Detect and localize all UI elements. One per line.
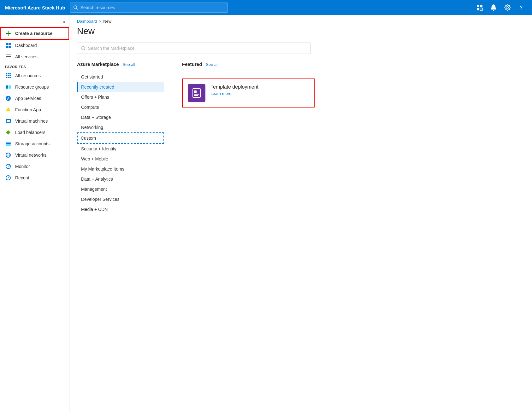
sidebar-item-virtual-machines[interactable]: Virtual machines [0,115,69,127]
sidebar-item-load-balancers[interactable]: Load balancers [0,127,69,138]
storage-accounts-label: Storage accounts [15,141,50,146]
sidebar-item-function-app[interactable]: ⚡ Function App [0,104,69,115]
featured-card-link[interactable]: Learn more [210,91,258,96]
marketplace-item-custom[interactable]: Custom [77,132,164,144]
collapse-button[interactable]: « [0,18,69,27]
svg-rect-8 [6,55,11,55]
settings-icon[interactable] [502,2,513,13]
svg-rect-39 [193,89,200,97]
sidebar-item-resource-groups[interactable]: Resource groups [0,81,69,93]
svg-text:A: A [7,97,9,100]
main-content: Dashboard > New New Azure Marketplace Se… [69,15,532,413]
portal-icon[interactable] [474,2,485,13]
marketplace-columns: Azure Marketplace See all Get started Re… [69,61,532,214]
marketplace-item-networking[interactable]: Networking [77,122,164,132]
resource-groups-icon [5,84,11,90]
topbar-actions [474,2,527,13]
breadcrumb-parent[interactable]: Dashboard [77,19,97,24]
virtual-machines-label: Virtual machines [15,119,48,124]
template-deployment-icon [188,84,205,102]
marketplace-search-bar[interactable] [77,43,310,54]
sidebar-item-virtual-networks[interactable]: Virtual networks [0,149,69,161]
template-deployment-card[interactable]: Template deployment Learn more [182,79,315,108]
svg-rect-20 [6,85,8,89]
sidebar-item-all-services[interactable]: All services [0,51,69,62]
breadcrumb-separator: > [99,19,102,24]
featured-separator [182,72,524,72]
all-resources-icon [5,73,11,79]
sidebar-item-app-services[interactable]: A App Services [0,93,69,104]
all-resources-label: All resources [15,73,41,78]
resource-groups-label: Resource groups [15,84,49,90]
help-icon[interactable] [516,2,527,13]
featured-see-all-link[interactable]: See all [206,62,218,67]
svg-rect-2 [477,8,479,10]
svg-rect-15 [8,75,9,76]
sidebar-item-dashboard[interactable]: Dashboard [0,40,69,51]
page-title: New [69,25,532,43]
marketplace-item-web-mobile[interactable]: Web + Mobile [77,154,164,164]
function-app-label: Function App [15,107,41,112]
marketplace-item-management[interactable]: Management [77,184,164,194]
main-layout: « Create a resource Dashboard All servic… [0,15,532,413]
topbar: Microsoft Azure Stack Hub [0,0,532,15]
notifications-icon[interactable] [488,2,499,13]
svg-text:⚡: ⚡ [7,108,10,112]
svg-rect-11 [6,73,7,74]
svg-rect-10 [6,58,11,58]
svg-rect-13 [9,73,11,74]
svg-marker-28 [6,130,10,135]
collapse-icon[interactable]: « [62,19,65,25]
monitor-icon [5,163,11,170]
svg-rect-1 [480,5,482,7]
marketplace-item-developer-services[interactable]: Developer Services [77,194,164,204]
marketplace-item-offers-plans[interactable]: Offers + Plans [77,92,164,102]
create-resource-label: Create a resource [15,31,52,36]
marketplace-search-input[interactable] [88,46,306,51]
svg-rect-27 [7,120,10,122]
svg-rect-18 [8,77,9,78]
svg-rect-29 [6,143,11,144]
marketplace-item-security-identity[interactable]: Security + Identity [77,144,164,154]
sidebar-item-create-resource[interactable]: Create a resource [0,27,69,40]
featured-column: Featured See all Templ [172,61,524,214]
marketplace-see-all-link[interactable]: See all [123,62,135,67]
marketplace-item-data-storage[interactable]: Data + Storage [77,112,164,122]
breadcrumb-current: New [103,19,111,24]
favorites-section-label: FAVORITES [0,62,69,70]
azure-marketplace-column: Azure Marketplace See all Get started Re… [77,61,172,214]
svg-rect-7 [9,46,11,48]
svg-line-35 [8,165,9,166]
marketplace-item-get-started[interactable]: Get started [77,72,164,82]
featured-card-title: Template deployment [210,84,258,90]
svg-rect-6 [6,46,8,48]
featured-header: Featured See all [182,61,524,67]
dashboard-label: Dashboard [15,43,37,48]
vnet-icon [5,152,11,158]
svg-rect-19 [9,77,11,78]
sidebar-item-recent[interactable]: Recent [0,172,69,183]
dashboard-icon [5,42,11,49]
sidebar-item-monitor[interactable]: Monitor [0,161,69,172]
search-input[interactable] [80,5,225,10]
svg-rect-30 [6,144,11,146]
marketplace-item-my-marketplace[interactable]: My Marketplace Items [77,164,164,174]
function-icon: ⚡ [5,107,11,113]
svg-rect-16 [9,75,11,76]
marketplace-header: Azure Marketplace See all [77,61,164,67]
marketplace-item-media-cdn[interactable]: Media + CDN [77,204,164,214]
svg-rect-14 [6,75,7,76]
svg-rect-5 [9,43,11,45]
search-bar[interactable] [70,3,228,13]
sidebar: « Create a resource Dashboard All servic… [0,15,69,413]
svg-rect-40 [194,90,197,93]
marketplace-item-recently-created[interactable]: Recently created [77,82,164,92]
featured-title: Featured [182,61,202,67]
svg-rect-3 [480,8,482,10]
marketplace-item-data-analytics[interactable]: Data + Analytics [77,174,164,184]
sidebar-item-all-resources[interactable]: All resources [0,70,69,81]
marketplace-item-compute[interactable]: Compute [77,102,164,112]
virtual-networks-label: Virtual networks [15,153,46,158]
marketplace-title: Azure Marketplace [77,61,119,67]
sidebar-item-storage-accounts[interactable]: Storage accounts [0,138,69,149]
